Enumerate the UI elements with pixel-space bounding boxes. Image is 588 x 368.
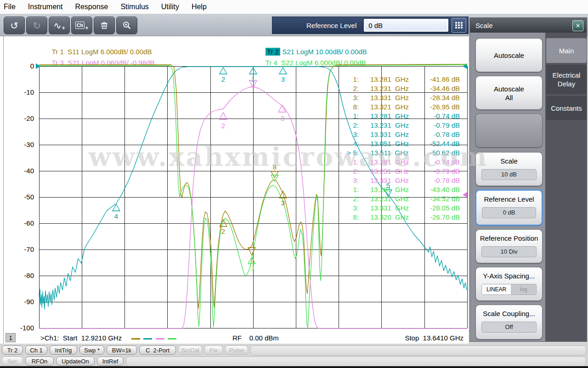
- marker-row: 2:13.231 GHz-0.79 dB: [338, 167, 461, 176]
- svg-text:8: 8: [273, 163, 277, 171]
- scale-button[interactable]: Scale 10 dB: [475, 152, 543, 186]
- tr3-marker-triangles: [220, 80, 286, 119]
- marker-row: 1:13.281 GHz-0.74 dB: [338, 112, 461, 121]
- status-bandwidth[interactable]: BW=1k: [107, 345, 137, 355]
- panel-close-button[interactable]: ✕: [572, 20, 583, 31]
- status-calibration[interactable]: C 2-Port: [139, 345, 176, 355]
- menu-item-utility[interactable]: Utility: [161, 1, 179, 12]
- toggle-linear[interactable]: LINEAR: [482, 284, 511, 294]
- plus-icon: +: [85, 25, 88, 31]
- zoom-button[interactable]: [116, 17, 137, 34]
- magnifier-icon: [122, 21, 131, 30]
- autoscale-label: Autoscale: [476, 39, 542, 60]
- marker-row: 8:13.320 GHz-26.70 dB: [338, 213, 461, 222]
- marker-row: 8:13.321 GHz-26.95 dB: [338, 102, 461, 112]
- trash-icon: [100, 21, 108, 29]
- autoscale-all-button[interactable]: Autoscale All: [475, 76, 543, 110]
- marker-row-active: > 5:13.511 GHz-50.62 dB: [338, 148, 461, 158]
- blank-button: [475, 113, 543, 147]
- marker-readout-table: 1:13.281 GHz-41.86 dB 2:13.231 GHz-34.46…: [338, 75, 461, 222]
- marker-row: 2:13.231 GHz-34.52 dB: [338, 194, 461, 204]
- tab-electrical-delay[interactable]: Electrical Delay: [546, 65, 587, 94]
- status-svc: Svc: [2, 357, 23, 366]
- marker-row: 1:13.281 GHz-41.86 dB: [338, 75, 461, 84]
- status-sweep[interactable]: Swp *: [79, 345, 104, 355]
- autoscale-button[interactable]: Autoscale: [475, 38, 543, 72]
- redo-icon: ↻: [33, 21, 41, 30]
- tr4-marker-labels: 1: [251, 264, 255, 272]
- svg-text:4: 4: [114, 212, 118, 220]
- reference-level-bar: Reference Level 0 dB: [272, 17, 469, 34]
- y-axis-spacing-toggle: LINEAR log: [481, 284, 537, 295]
- marker-row: 1:13.281 GHz-0.74 dB: [338, 158, 461, 167]
- svg-text:2: 2: [221, 75, 225, 83]
- menu-item-stimulus[interactable]: Stimulus: [120, 1, 148, 12]
- add-trace-button[interactable]: ∿ +: [49, 17, 70, 34]
- svg-text:2: 2: [221, 227, 225, 235]
- add-channel-icon: Ch: [75, 22, 85, 29]
- reference-position-button[interactable]: Reference Position 10 Div: [475, 229, 543, 263]
- keypad-button[interactable]: [452, 18, 466, 33]
- status-int-ref[interactable]: IntRef: [97, 357, 124, 366]
- marker-row: 1:13.281 GHz-43.40 dB: [338, 185, 461, 194]
- redo-button: ↻: [26, 17, 47, 34]
- marker-row: 2:13.231 GHz-34.46 dB: [338, 84, 461, 93]
- autoscale-all-label: Autoscale All: [476, 76, 542, 102]
- status-rf-on[interactable]: RFOn: [25, 357, 54, 366]
- status-bar: Tr 2 Ch 1 IntTrig Swp * BW=1k C 2-Port S…: [0, 345, 588, 366]
- status-filler: [250, 345, 586, 356]
- panel-title: Scale: [475, 22, 493, 29]
- reference-position-value: 10 Div: [481, 246, 537, 257]
- y-axis-spacing-label: Y-Axis Spacing...: [476, 267, 542, 280]
- add-channel-button[interactable]: Ch +: [71, 17, 92, 34]
- toggle-log[interactable]: log: [511, 284, 536, 294]
- status-update-on[interactable]: UpdateOn: [56, 357, 95, 366]
- undo-icon: ↺: [10, 21, 18, 30]
- menu-bar: File Instrument Response Stimulus Utilit…: [0, 0, 588, 14]
- svg-text:2: 2: [221, 122, 225, 130]
- reference-level-btn-label: Reference Level: [476, 191, 542, 204]
- y-axis-spacing-button[interactable]: Y-Axis Spacing... LINEAR log: [475, 267, 543, 301]
- menu-item-instrument[interactable]: Instrument: [28, 1, 63, 12]
- tab-electrical-delay-label: Electrical Delay: [546, 71, 587, 88]
- plot-window: Tr 1 S11 LogM 6.000dB/ 0.00dB Tr 2 S21 L…: [0, 36, 469, 344]
- marker-row: 3:13.331 GHz-28.34 dB: [338, 93, 461, 102]
- legend-dash-tr1: [131, 338, 140, 340]
- tab-constants[interactable]: Constants: [546, 96, 587, 120]
- menu-item-help[interactable]: Help: [192, 1, 207, 12]
- rf-power-info: RF 0.00 dBm: [232, 334, 279, 342]
- ref-arrow-right-tr3: [463, 192, 467, 198]
- marker-row: 2:13.231 GHz-0.79 dB: [338, 121, 461, 130]
- reference-level-button[interactable]: Reference Level 0 dB: [475, 190, 543, 226]
- marker-row: 3:13.331 GHz-28.05 dB: [338, 204, 461, 213]
- window-bottom-edge: [0, 366, 588, 368]
- menu-item-response[interactable]: Response: [75, 1, 108, 12]
- keypad-icon: [454, 21, 464, 29]
- legend-dash-tr2: [143, 338, 152, 340]
- undo-button[interactable]: ↺: [4, 17, 25, 34]
- panel-header: Scale ✕: [470, 18, 587, 33]
- delete-button[interactable]: [94, 17, 115, 34]
- marker-row: 3:13.331 GHz-0.78 dB: [338, 176, 461, 185]
- reference-level-label: Reference Level: [306, 22, 356, 29]
- status-active-trace[interactable]: Tr 2: [2, 345, 23, 355]
- scale-value: 10 dB: [481, 169, 537, 180]
- svg-text:3: 3: [281, 114, 284, 122]
- status-pulse: Pulse: [225, 345, 248, 355]
- scale-panel: Scale ✕ Main Electrical Delay Constants …: [469, 17, 587, 342]
- status-trigger[interactable]: IntTrig: [50, 345, 77, 355]
- scale-label: Scale: [476, 153, 542, 165]
- status-fix: Fix: [204, 345, 223, 355]
- scale-coupling-button[interactable]: Scale Coupling... Off: [475, 305, 543, 340]
- tab-main[interactable]: Main: [546, 38, 587, 63]
- reference-level-btn-value: 0 dB: [482, 207, 536, 218]
- stop-frequency-info: Stop 13.6410 GHz: [405, 334, 464, 342]
- status-active-channel[interactable]: Ch 1: [25, 345, 47, 355]
- channel-badge: 1: [6, 333, 16, 342]
- reference-level-input[interactable]: 0 dB: [364, 19, 448, 32]
- tab-constants-label: Constants: [551, 104, 582, 113]
- menu-item-file[interactable]: File: [4, 1, 16, 12]
- reference-position-label: Reference Position: [476, 230, 542, 243]
- plus-icon: +: [62, 25, 65, 31]
- tr4-marker-triangles: [248, 175, 278, 264]
